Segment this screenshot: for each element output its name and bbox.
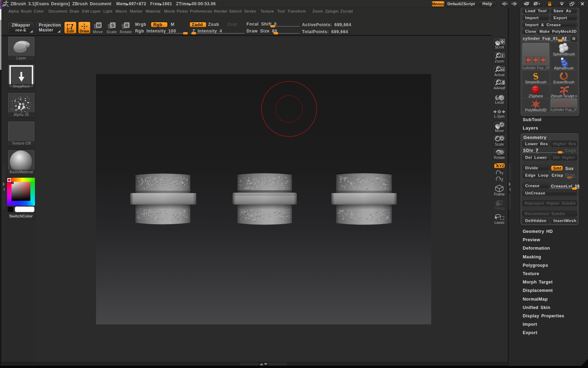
svg-text:Scale: Scale bbox=[495, 142, 504, 146]
svg-text:Edit: Edit bbox=[67, 29, 74, 33]
svg-text:Y: Y bbox=[501, 172, 504, 176]
svg-text:x1: x1 bbox=[501, 68, 504, 71]
svg-text:Scroll: Scroll bbox=[495, 45, 504, 49]
svg-text:Move: Move bbox=[495, 128, 504, 133]
svg-text:R: R bbox=[125, 23, 128, 28]
svg-text:Rotate: Rotate bbox=[494, 155, 505, 160]
svg-text:Actual: Actual bbox=[494, 73, 504, 77]
svg-text:Z: Z bbox=[501, 178, 503, 182]
svg-text:Transp: Transp bbox=[494, 206, 505, 210]
svg-text:Draw: Draw bbox=[80, 29, 89, 33]
svg-text:Zoom: Zoom bbox=[495, 59, 504, 63]
svg-text:AAHalf: AAHalf bbox=[494, 86, 505, 90]
svg-text:Frame: Frame bbox=[494, 192, 505, 196]
svg-text:M: M bbox=[97, 23, 101, 28]
svg-text:Lasso: Lasso bbox=[494, 220, 504, 225]
svg-text:L.Sym: L.Sym bbox=[494, 114, 505, 118]
svg-text:S: S bbox=[111, 23, 114, 28]
svg-text:Local: Local bbox=[495, 100, 504, 104]
